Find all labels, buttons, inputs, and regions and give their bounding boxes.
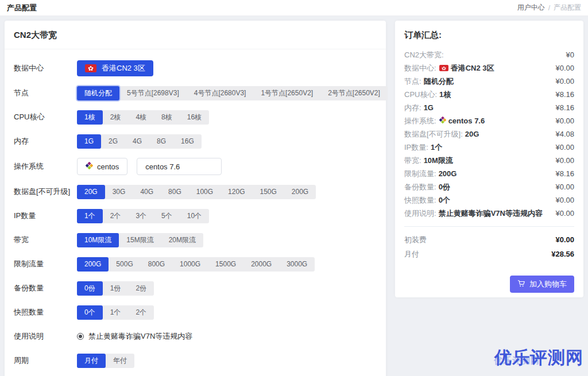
os-label: 操作系统 <box>14 161 77 172</box>
setup-fee-price: ¥0.00 <box>555 235 574 244</box>
snapshot-option[interactable]: 1个 <box>103 305 129 320</box>
snapshot-segmented-control: 0个 1个 2个 <box>77 305 154 320</box>
snapshot-option-selected[interactable]: 0个 <box>77 305 103 320</box>
row-ip: IP数量 1个 2个 3个 5个 10个 <box>14 208 377 223</box>
bandwidth-option[interactable]: 20M限流 <box>161 233 203 247</box>
summary-label: IP数量: <box>404 142 428 153</box>
summary-label: 内存: <box>404 103 421 113</box>
node-option-selected[interactable]: 随机分配 <box>77 86 119 100</box>
node-option[interactable]: 2号节点[2650V2] <box>320 86 388 100</box>
hongkong-flag-icon <box>439 65 448 71</box>
cpu-option-selected[interactable]: 1核 <box>77 110 103 125</box>
setup-fee-label: 初装费 <box>404 235 427 245</box>
monthly-total-row: 月付 ¥28.56 <box>404 247 574 261</box>
memory-option[interactable]: 4G <box>125 134 149 149</box>
summary-value: 0个 <box>439 195 450 206</box>
cpu-option[interactable]: 8核 <box>154 110 180 125</box>
traffic-option[interactable]: 800G <box>141 257 172 272</box>
traffic-segmented-control: 200G 500G 800G 1000G 1500G 2000G 3000G <box>77 257 315 272</box>
summary-price: ¥0.00 <box>555 196 574 204</box>
summary-row-snapshot: 快照数量: 0个 ¥0.00 <box>404 193 574 207</box>
traffic-option[interactable]: 1000G <box>172 257 208 272</box>
summary-value: 200G <box>439 169 457 178</box>
traffic-option[interactable]: 3000G <box>279 257 315 272</box>
backup-option[interactable]: 1份 <box>103 281 129 296</box>
bandwidth-option[interactable]: 15M限流 <box>119 233 161 247</box>
summary-row-product: CN2大带宽: ¥0 <box>404 48 574 61</box>
cycle-option[interactable]: 年付 <box>106 354 134 368</box>
breadcrumb-user-center[interactable]: 用户中心 <box>517 3 545 13</box>
row-bandwidth: 带宽 10M限流 15M限流 20M限流 <box>14 232 377 247</box>
traffic-option[interactable]: 500G <box>109 257 140 272</box>
summary-label: CPU核心: <box>404 90 437 100</box>
add-to-cart-button[interactable]: 加入购物车 <box>510 276 574 293</box>
add-to-cart-label: 加入购物车 <box>529 279 567 289</box>
usage-radio-option[interactable]: 禁止黄赌毒诈骗V7N等违规内容 <box>77 331 192 342</box>
cpu-option[interactable]: 4核 <box>128 110 154 125</box>
datadisk-option[interactable]: 30G <box>105 185 133 199</box>
summary-price: ¥4.08 <box>555 130 574 138</box>
summary-value: centos 7.6 <box>448 117 485 125</box>
cycle-option-selected[interactable]: 月付 <box>77 354 106 368</box>
node-option[interactable]: 5号节点[2698V3] <box>119 86 187 100</box>
summary-value: 香港CN2 3区 <box>451 63 494 73</box>
ip-option[interactable]: 5个 <box>154 209 180 223</box>
backup-segmented-control: 0份 1份 2份 <box>77 281 154 296</box>
config-form: 数据中心 香港CN2 3区 节点 随机分配 5号节点[2698V3] 4号节点[… <box>5 49 386 368</box>
os-family-select[interactable]: centos <box>77 158 127 175</box>
memory-option[interactable]: 16G <box>173 134 202 149</box>
summary-price: ¥0.00 <box>555 183 574 191</box>
summary-value: 随机分配 <box>424 76 454 87</box>
summary-value: 20G <box>465 130 479 138</box>
traffic-option[interactable]: 1500G <box>208 257 243 272</box>
cpu-option[interactable]: 16核 <box>180 110 209 125</box>
summary-row-datadisk: 数据盘[不可升级]: 20G ¥4.08 <box>404 127 574 141</box>
summary-price: ¥8.16 <box>555 90 574 99</box>
row-datadisk: 数据盘[不可升级] 20G 30G 40G 80G 100G 120G 150G… <box>14 184 377 199</box>
datadisk-option[interactable]: 40G <box>133 185 161 199</box>
datacenter-selected-button[interactable]: 香港CN2 3区 <box>77 60 153 76</box>
cpu-option[interactable]: 2核 <box>103 110 129 125</box>
summary-row-os: 操作系统: centos 7.6 ¥0.00 <box>404 114 574 127</box>
summary-label: 限制流量: <box>404 169 436 179</box>
summary-value: 1核 <box>439 90 451 100</box>
traffic-option-selected[interactable]: 200G <box>77 257 109 272</box>
ip-label: IP数量 <box>14 211 77 221</box>
bandwidth-label: 带宽 <box>14 235 77 245</box>
summary-row-usage: 使用说明: 禁止黄赌毒诈骗V7N等违规内容 ¥0.00 <box>404 207 574 220</box>
cpu-segmented-control: 1核 2核 4核 8核 16核 <box>77 110 209 125</box>
snapshot-option[interactable]: 2个 <box>128 305 154 320</box>
summary-row-node: 节点: 随机分配 ¥0.00 <box>404 75 574 88</box>
datadisk-option[interactable]: 120G <box>220 185 252 199</box>
datadisk-option-selected[interactable]: 20G <box>77 185 105 199</box>
ip-segmented-control: 1个 2个 3个 5个 10个 <box>77 209 209 223</box>
memory-option[interactable]: 8G <box>149 134 173 149</box>
node-option[interactable]: 1号节点[2650V2] <box>253 86 320 100</box>
ip-option[interactable]: 2个 <box>103 209 129 223</box>
datadisk-option[interactable]: 80G <box>161 185 189 199</box>
datadisk-option[interactable]: 150G <box>252 185 284 199</box>
memory-option-selected[interactable]: 1G <box>77 134 101 149</box>
summary-totals: 初装费 ¥0.00 月付 ¥28.56 <box>404 226 574 261</box>
backup-option[interactable]: 2份 <box>128 281 154 296</box>
traffic-option[interactable]: 2000G <box>243 257 279 272</box>
ip-option-selected[interactable]: 1个 <box>77 209 103 223</box>
memory-option[interactable]: 2G <box>101 134 125 149</box>
ip-option[interactable]: 3个 <box>128 209 154 223</box>
traffic-label: 限制流量 <box>14 259 77 269</box>
os-version-select[interactable]: centos 7.6 <box>137 158 222 175</box>
row-traffic: 限制流量 200G 500G 800G 1000G 1500G 2000G 30… <box>14 257 377 272</box>
node-option[interactable]: 4号节点[2680V3] <box>187 86 254 100</box>
datadisk-option[interactable]: 100G <box>189 185 220 199</box>
datadisk-option[interactable]: 200G <box>284 185 316 199</box>
backup-option-selected[interactable]: 0份 <box>77 281 103 296</box>
centos-logo-icon <box>86 162 93 171</box>
cycle-segmented-control: 月付 年付 <box>77 354 134 368</box>
node-segmented-control: 随机分配 5号节点[2698V3] 4号节点[2680V3] 1号节点[2650… <box>77 86 388 100</box>
summary-label: 带宽: <box>404 156 421 166</box>
bandwidth-option-selected[interactable]: 10M限流 <box>77 233 119 247</box>
watermark-text: 优乐评测网 <box>494 346 583 370</box>
ip-option[interactable]: 10个 <box>180 209 209 223</box>
summary-price: ¥0.00 <box>555 64 574 72</box>
summary-value: 10M限流 <box>424 156 453 166</box>
